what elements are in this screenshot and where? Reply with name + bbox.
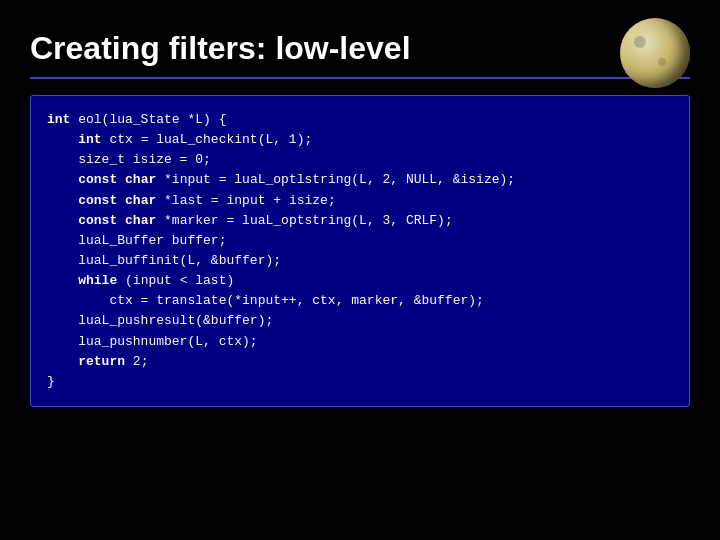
code-line-13: return 2; xyxy=(47,352,673,372)
code-line-11: luaL_pushresult(&buffer); xyxy=(47,311,673,331)
moon-decoration xyxy=(620,18,690,88)
code-line-7: luaL_Buffer buffer; xyxy=(47,231,673,251)
code-line-5: const char *last = input + isize; xyxy=(47,191,673,211)
title-divider xyxy=(30,77,690,79)
code-line-3: size_t isize = 0; xyxy=(47,150,673,170)
code-line-10: ctx = translate(*input++, ctx, marker, &… xyxy=(47,291,673,311)
code-line-2: int ctx = luaL_checkint(L, 1); xyxy=(47,130,673,150)
code-line-8: luaL_buffinit(L, &buffer); xyxy=(47,251,673,271)
code-line-14: } xyxy=(47,372,673,392)
slide-title: Creating filters: low-level xyxy=(30,30,690,67)
code-line-6: const char *marker = luaL_optstring(L, 3… xyxy=(47,211,673,231)
code-line-12: lua_pushnumber(L, ctx); xyxy=(47,332,673,352)
slide: Creating filters: low-level int eol(lua_… xyxy=(0,0,720,540)
code-line-9: while (input < last) xyxy=(47,271,673,291)
code-block: int eol(lua_State *L) { int ctx = luaL_c… xyxy=(30,95,690,407)
code-line-1: int eol(lua_State *L) { xyxy=(47,110,673,130)
code-line-4: const char *input = luaL_optlstring(L, 2… xyxy=(47,170,673,190)
